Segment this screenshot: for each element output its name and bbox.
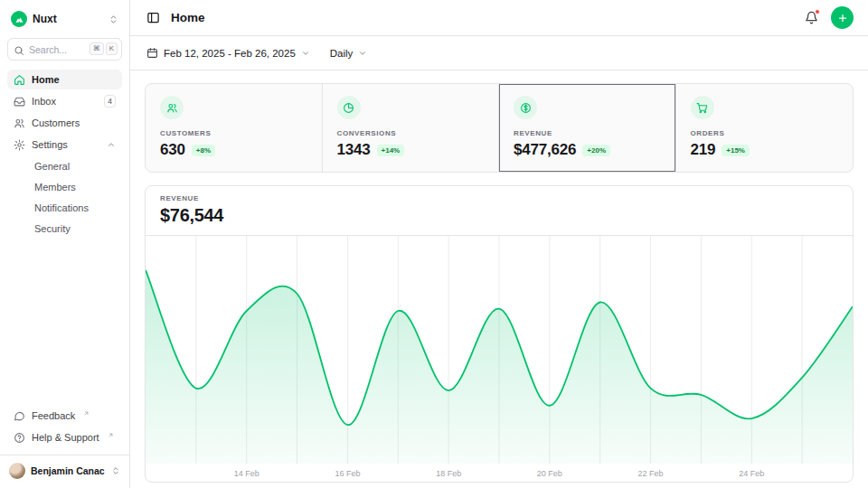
help-support-label: Help & Support xyxy=(32,432,99,443)
sidebar-footer: Feedback Help & Support xyxy=(7,406,122,447)
revenue-chart-body[interactable]: 14 Feb16 Feb18 Feb20 Feb22 Feb24 Feb xyxy=(146,236,853,482)
sidebar-item-label: Home xyxy=(32,74,60,85)
nuxt-logo-icon xyxy=(11,11,27,27)
svg-text:18 Feb: 18 Feb xyxy=(436,469,461,478)
delta-badge: +14% xyxy=(377,145,405,156)
circle-dollar-icon xyxy=(514,96,537,119)
feedback-label: Feedback xyxy=(32,410,75,421)
users-icon xyxy=(160,96,184,119)
main-area: Home Feb 12, 2025 - Feb 26, 2025 xyxy=(130,0,868,488)
kbd-cmd: ⌘ xyxy=(90,42,104,55)
avatar xyxy=(9,463,25,479)
sidebar-item-home[interactable]: Home xyxy=(7,70,122,89)
notification-dot xyxy=(815,9,820,14)
chevron-up-icon xyxy=(107,140,116,149)
users-icon xyxy=(14,117,25,129)
revenue-chart[interactable]: 14 Feb16 Feb18 Feb20 Feb22 Feb24 Feb xyxy=(146,236,853,482)
workspace-name: Nuxt xyxy=(33,13,57,25)
chart-pie-icon xyxy=(337,96,361,119)
app-root: Nuxt ⌘ K Home xyxy=(0,0,868,488)
sidebar-item-label: Inbox xyxy=(32,96,56,107)
period-select[interactable]: Daily xyxy=(328,44,370,62)
shopping-cart-icon xyxy=(691,96,714,119)
stat-label: CUSTOMERS xyxy=(160,129,307,137)
sidebar-item-customers[interactable]: Customers xyxy=(7,113,122,133)
stat-label: REVENUE xyxy=(514,129,661,137)
search-box: ⌘ K xyxy=(7,38,122,61)
sidebar-item-inbox[interactable]: Inbox 4 xyxy=(7,91,122,111)
sidebar-item-security[interactable]: Security xyxy=(7,219,122,238)
sidebar-item-settings[interactable]: Settings xyxy=(7,135,122,155)
question-circle-icon xyxy=(14,432,25,444)
delta-badge: +20% xyxy=(582,145,610,156)
workspace-switcher[interactable]: Nuxt xyxy=(7,7,122,31)
inbox-icon xyxy=(14,96,25,108)
svg-text:22 Feb: 22 Feb xyxy=(638,469,664,478)
toolbar: Feb 12, 2025 - Feb 26, 2025 Daily xyxy=(130,36,868,70)
chart-value: $76,544 xyxy=(160,205,838,226)
sidebar-item-notifications[interactable]: Notifications xyxy=(7,198,122,217)
content: CUSTOMERS 630 +8% CONVERSIONS 1343 +14% xyxy=(130,70,868,488)
sidebar-item-label: Customers xyxy=(32,117,80,128)
stat-card-revenue[interactable]: REVENUE $477,626 +20% xyxy=(499,84,676,172)
svg-text:20 Feb: 20 Feb xyxy=(537,469,562,478)
sidebar-item-label: Settings xyxy=(32,139,68,150)
stat-label: CONVERSIONS xyxy=(337,129,485,137)
period-label: Daily xyxy=(330,48,354,59)
sidebar-item-members[interactable]: Members xyxy=(7,177,122,196)
chevron-down-icon xyxy=(301,49,310,58)
feedback-link[interactable]: Feedback xyxy=(7,406,122,426)
chart-header: REVENUE $76,544 xyxy=(146,186,853,236)
sidebar-item-general[interactable]: General xyxy=(7,156,122,175)
message-icon xyxy=(14,410,25,422)
stat-value: 1343 xyxy=(337,141,371,159)
sidebar: Nuxt ⌘ K Home xyxy=(0,0,130,488)
user-menu[interactable]: Benjamin Canac xyxy=(0,455,129,481)
help-support-link[interactable]: Help & Support xyxy=(7,427,122,447)
notifications-button[interactable] xyxy=(803,9,820,26)
new-button[interactable] xyxy=(831,6,854,29)
search-shortcut: ⌘ K xyxy=(90,42,118,55)
delta-badge: +15% xyxy=(722,145,750,156)
external-link-icon xyxy=(108,432,114,438)
external-link-icon xyxy=(83,410,90,417)
date-range-button[interactable]: Feb 12, 2025 - Feb 26, 2025 xyxy=(145,43,312,62)
chevron-down-icon xyxy=(358,49,367,58)
header: Home xyxy=(130,0,868,36)
svg-text:14 Feb: 14 Feb xyxy=(234,469,259,478)
stat-card-customers[interactable]: CUSTOMERS 630 +8% xyxy=(146,84,323,172)
calendar-icon xyxy=(146,47,158,59)
stat-label: ORDERS xyxy=(691,129,839,137)
sidebar-toggle-button[interactable] xyxy=(145,9,162,26)
stat-value: 630 xyxy=(160,141,185,159)
page-title: Home xyxy=(171,11,205,24)
delta-badge: +8% xyxy=(192,145,215,156)
search-icon xyxy=(14,43,24,60)
chevron-up-down-icon xyxy=(108,14,118,24)
user-name: Benjamin Canac xyxy=(31,465,105,476)
date-range-label: Feb 12, 2025 - Feb 26, 2025 xyxy=(164,48,296,59)
inbox-count-badge: 4 xyxy=(104,95,116,108)
kbd-k: K xyxy=(106,42,118,55)
stat-value: 219 xyxy=(691,141,716,159)
home-icon xyxy=(14,74,25,86)
svg-text:16 Feb: 16 Feb xyxy=(335,469,360,478)
stat-card-conversions[interactable]: CONVERSIONS 1343 +14% xyxy=(323,84,500,172)
chart-label: REVENUE xyxy=(160,194,838,202)
chevron-up-down-icon xyxy=(111,466,120,475)
svg-text:24 Feb: 24 Feb xyxy=(739,469,764,478)
stat-card-orders[interactable]: ORDERS 219 +15% xyxy=(676,84,854,172)
stats-grid: CUSTOMERS 630 +8% CONVERSIONS 1343 +14% xyxy=(145,83,854,173)
sidebar-nav: Home Inbox 4 Customers Settings xyxy=(7,70,122,406)
revenue-chart-card: REVENUE $76,544 14 Feb16 Feb18 Feb20 Feb… xyxy=(145,185,854,483)
stat-value: $477,626 xyxy=(514,141,576,159)
gear-icon xyxy=(14,139,25,151)
